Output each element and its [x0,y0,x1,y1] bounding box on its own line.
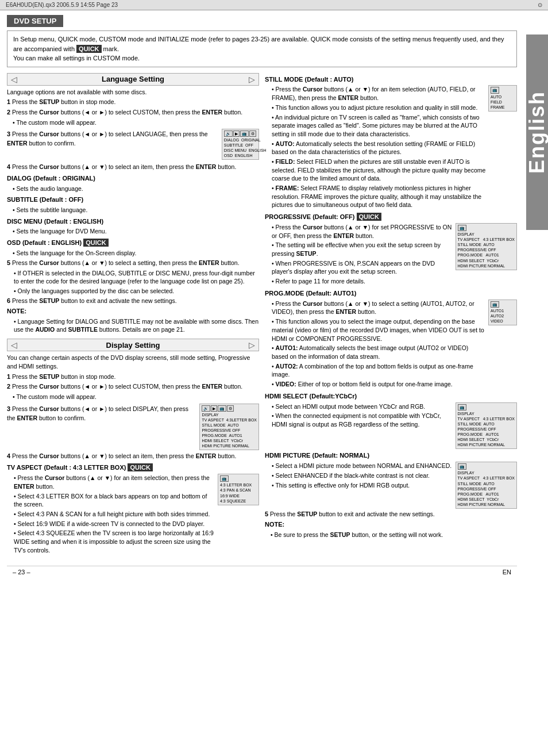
still-bullet5: FIELD: Select FIELD when the pictures ar… [272,158,486,183]
tv-bullet4: Select 16:9 WIDE if a wide-screen TV is … [14,520,215,528]
prog-mode-bullets: Press the Cursor buttons (▲ or ▼) to sel… [265,300,486,389]
display-setting-header: ◁ Display Setting ▷ [7,339,259,351]
progressive-title: PROGRESSIVE (Default: OFF) QUICK [265,213,517,222]
lang-step2-note: • The custom mode will appear. [7,118,259,127]
top-header: E6AH0UD(EN).qx3 2006.5.9 14:55 Page 23 ⊙ [0,0,548,10]
screen-icons-tv: 📺 [220,475,257,482]
language-setting-header: ◁ Language Setting ▷ [7,73,259,86]
pm-bullet2: This function allows you to select the i… [272,317,486,343]
hp-bullet1: Select a HDMI picture mode between NORMA… [272,462,453,470]
display-section-body: You can change certain aspects of the DV… [7,354,259,555]
disp-step1: 1 Press the SETUP button in stop mode. [7,373,259,382]
disp-step2: 2 Press the Cursor buttons (◄ or ►) to s… [7,382,259,392]
language-intro: Language options are not available with … [7,88,259,97]
lang-bullet2: Only the languages supported by the disc… [14,287,259,296]
lang-step3: 3 Press the Cursor buttons (◄ or ►) to s… [7,130,217,148]
hdmi-picture-wrapper: Select a HDMI picture mode between NORMA… [265,462,517,509]
hdmi-picture-screen-image: 📺 DISPLAY TV ASPECT 4:3 LETTER BOX STILL… [456,462,517,509]
language-screen-image: 🔊 ▶ 📺 ⚙ DIALOG ORIGINAL SUBTITLE OFF DIS… [222,129,259,160]
disp-step2-note: • The custom mode will appear. [7,393,259,401]
hs-screen-content: DISPLAY TV ASPECT 4:3 LETTER BOX STILL M… [458,411,515,448]
pm-bullet5: VIDEO: Either of top or bottom field is … [272,380,486,389]
screen-icons-lang: 🔊 ▶ 📺 ⚙ [224,131,257,137]
pm-bullet4: AUTO2: A combination of the top and bott… [272,362,486,379]
still-mode-bullets: Press the Cursor buttons (▲ or ▼) for an… [265,85,486,209]
hdmi-select-text: Select an HDMI output mode between YCbCr… [265,402,453,450]
still-mode-text: Press the Cursor buttons (▲ or ▼) for an… [265,85,486,210]
dialog-text: • Sets the audio language. [7,185,259,193]
hdmi-select-wrapper: Select an HDMI output mode between YCbCr… [265,402,517,450]
progressive-text: Press the Cursor buttons (▲ or ▼) for se… [265,223,453,287]
dvd-setup-title: DVD SETUP [7,15,63,27]
english-tab: English [526,34,548,230]
lang-step5: 5 Press the Cursor buttons (▲ or ▼) to s… [7,259,259,268]
language-arrow-right: ▷ [249,75,255,84]
lang-note-label: NOTE: [7,307,259,316]
disp-step4: 4 Press the Cursor buttons (▲ or ▼) to s… [7,452,259,461]
english-tab-text: English [525,91,548,174]
language-section-body: Language options are not available with … [7,88,259,335]
prog-bullet4: Refer to page 11 for more details. [272,277,453,286]
lang-step3-text: 3 Press the Cursor buttons (◄ or ►) to s… [7,129,217,149]
progressive-wrapper: Press the Cursor buttons (▲ or ▼) for se… [265,223,517,287]
hdmi-picture-title: HDMI PICTURE (Default: NORMAL) [265,451,517,460]
screen-icons-pm: 📺 [491,301,515,308]
lang-step3-wrapper: 3 Press the Cursor buttons (◄ or ►) to s… [7,129,259,161]
right-col: STILL MODE (Default : AUTO) Press the Cu… [265,73,517,561]
disp-note-text: • Be sure to press the SETUP button, or … [265,531,517,539]
footer-lang: EN [503,569,511,575]
screen-icons-prog: 📺 [458,225,515,231]
quick-tv-aspect: QUICK [128,463,152,471]
quick-osd: QUICK [83,239,108,247]
disp-step3-text: 3 Press the Cursor buttons (◄ or ►) to s… [7,404,197,424]
prog-bullet3: When PROGRESSIVE is ON, P.SCAN appears o… [272,259,453,276]
file-info: E6AH0UD(EN).qx3 2006.5.9 14:55 Page 23 [6,2,118,8]
disp-note-label: NOTE: [265,520,517,529]
page-footer: – 23 – EN [7,566,517,578]
still-bullet3: An individual picture on TV screen is ca… [272,113,486,139]
page-wrapper: E6AH0UD(EN).qx3 2006.5.9 14:55 Page 23 ⊙… [0,0,548,756]
hdmi-picture-bullets: Select a HDMI picture mode between NORMA… [265,462,453,489]
hdmi-select-bullets: Select an HDMI output mode between YCbCr… [265,402,453,429]
still-bullet6: FRAME: Select FRAME to display relativel… [272,184,486,209]
lang-note1: Language Setting for DIALOG and SUBTITLE… [14,317,259,334]
intro-box: In Setup menu, QUICK mode, CUSTOM mode a… [7,30,517,67]
lang-note-bullets: Language Setting for DIALOG and SUBTITLE… [7,317,259,334]
tv-bullet1: Press the Cursor buttons (▲ or ▼) for an… [14,474,215,490]
hs-bullet1: Select an HDMI output mode between YCbCr… [272,402,453,411]
page-number: – 23 – [13,569,30,575]
lang-step1: 1 Press the SETUP button in stop mode. [7,98,259,107]
hdmi-select-title: HDMI SELECT (Default:YCbCr) [265,392,517,401]
osd-text: • Sets the language for the On-Screen di… [7,249,259,258]
hp-bullet3: This setting is effective only for HDMI … [272,481,453,490]
prog-screen-content: DISPLAY TV ASPECT 4:3 LETTER BOX STILL M… [458,232,515,268]
still-mode-screen-image: 📺 AUTO FIELD FRAME [488,85,517,111]
display-arrow-right: ▷ [249,340,255,350]
lang-step4: 4 Press the Cursor buttons (▲ or ▼) to s… [7,163,259,172]
prog-bullet2: The setting will be effective when you e… [272,241,453,258]
quick-progressive: QUICK [357,213,381,221]
pm-bullet3: AUTO1: Automatically selects the best im… [272,344,486,360]
tv-aspect-wrapper: Press the Cursor buttons (▲ or ▼) for an… [7,474,259,555]
hs-bullet2: When the connected equipment is not comp… [272,412,453,428]
screen-icons-still: 📺 [491,87,515,93]
hp-screen-content: DISPLAY TV ASPECT 4:3 LETTER BOX STILL M… [458,470,515,507]
progressive-bullets: Press the Cursor buttons (▲ or ▼) for se… [265,223,453,286]
quick-mark-intro: QUICK [76,45,101,53]
osd-title: OSD (Default : ENGLISH) QUICK [7,239,259,248]
screen-icons-hs: 📺 [458,404,515,410]
still-mode-title: STILL MODE (Default : AUTO) [265,75,517,85]
prog-mode-screen-image: 📺 AUTO1 AUTO2 VIDEO [488,300,517,325]
tv-bullet5: Select 4:3 SQUEEZE when the TV screen is… [14,529,215,554]
still-bullet2: This function allows you to adjust pictu… [272,103,486,112]
disp-step5: 5 Press the SETUP button to exit and act… [265,510,517,519]
hp-bullet2: Select ENHANCED if the black-white contr… [272,471,453,480]
progressive-screen-image: 📺 DISPLAY TV ASPECT 4:3 LETTER BOX STILL… [456,223,517,270]
pm-bullet1: Press the Cursor buttons (▲ or ▼) to sel… [272,300,486,316]
screen-icons-hp: 📺 [458,463,515,470]
intro-text2: mark. [103,45,119,52]
disp-step3-wrapper: 3 Press the Cursor buttons (◄ or ►) to s… [7,404,259,451]
prog-mode-text: Press the Cursor buttons (▲ or ▼) to sel… [265,300,486,390]
still-bullet1: Press the Cursor buttons (▲ or ▼) for an… [272,85,486,102]
still-mode-wrapper: Press the Cursor buttons (▲ or ▼) for an… [265,85,517,210]
